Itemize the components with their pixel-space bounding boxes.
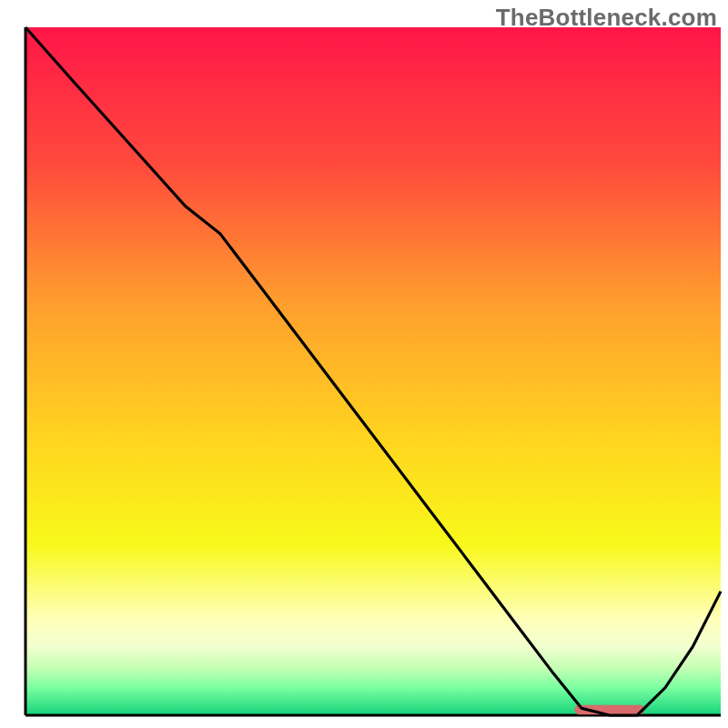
chart-frame: TheBottleneck.com [0,0,728,728]
chart-background [25,27,721,715]
bottleneck-chart [0,0,728,728]
watermark-text: TheBottleneck.com [496,4,717,32]
